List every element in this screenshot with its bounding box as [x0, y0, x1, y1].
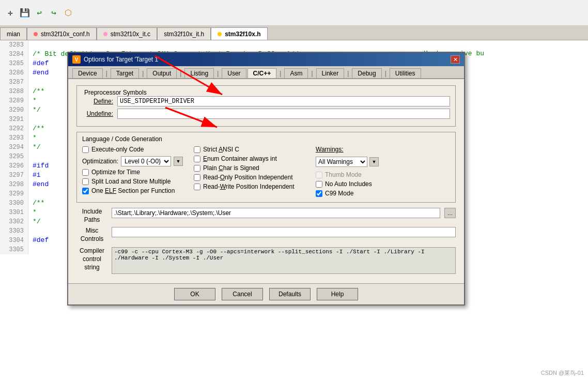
define-row: Define:: [82, 96, 450, 106]
warnings-label: Warnings:: [316, 146, 450, 153]
c99-mode-checkbox[interactable]: [316, 190, 322, 197]
include-paths-row: IncludePaths …: [76, 208, 456, 224]
tab-utilities[interactable]: Utilities: [390, 68, 421, 78]
redo-icon[interactable]: ↪: [48, 7, 60, 19]
one-elf-row: One ELF Section per Function: [82, 187, 185, 194]
undo-icon[interactable]: ↩: [33, 7, 45, 19]
tab-it-h-label: stm32f10x_it.h: [164, 31, 204, 38]
tab-user[interactable]: User: [222, 68, 246, 78]
plain-char-checkbox[interactable]: [194, 165, 200, 172]
warnings-select-row: All Warnings ▼: [316, 157, 450, 167]
compiler-string-textarea[interactable]: -c99 -c --cpu Cortex-M3 -g -O0 --apcs=in…: [112, 247, 456, 274]
ok-button[interactable]: OK: [174, 288, 215, 300]
undefine-input[interactable]: [117, 109, 450, 119]
optimization-row: Optimization: Level 0 (-O0) ▼: [82, 156, 185, 166]
strict-ansi-label: Strict ANSI C: [203, 146, 239, 153]
tab-it-c-label: stm32f10x_it.c: [111, 31, 150, 38]
tab-listing[interactable]: Listing: [184, 68, 214, 78]
optimize-time-row: Optimize for Time: [82, 169, 185, 176]
tab-device[interactable]: Device: [72, 68, 103, 78]
undefine-row: Undefine:: [82, 109, 450, 119]
tab-stm32-label: stm32f10x.h: [225, 31, 260, 38]
tab-cpp[interactable]: C/C++: [247, 68, 277, 78]
compiler-string-section: Compilercontrolstring -c99 -c --cpu Cort…: [76, 247, 456, 274]
dialog-titlebar: V Options for Target 'Target 1' ✕: [68, 53, 464, 66]
warnings-select[interactable]: All Warnings: [316, 157, 367, 167]
thumb-mode-checkbox[interactable]: [316, 172, 322, 178]
strict-ansi-checkbox[interactable]: [194, 146, 200, 153]
optimization-select[interactable]: Level 0 (-O0): [121, 156, 171, 166]
dialog-close-button[interactable]: ✕: [451, 55, 460, 64]
plain-char-label: Plain Char is Signed: [203, 164, 259, 172]
c99-mode-label: C99 Mode: [325, 190, 353, 197]
tab-target[interactable]: Target: [111, 68, 139, 78]
tab-sep-2: |: [140, 68, 146, 78]
tab-debug[interactable]: Debug: [352, 68, 381, 78]
enum-container-label: Enum Container always int: [203, 155, 277, 162]
read-only-label: Read-Only Position Independent: [203, 174, 292, 181]
dialog-title-text: Options for Target 'Target 1': [84, 56, 159, 63]
help-button[interactable]: Help: [317, 288, 358, 300]
tab-output[interactable]: Output: [147, 68, 177, 78]
tab-asm[interactable]: Asm: [284, 68, 308, 78]
split-load-checkbox[interactable]: [82, 178, 89, 185]
language-columns: Execute-only Code Optimization: Level 0 …: [82, 146, 450, 197]
dialog-app-icon: V: [72, 55, 81, 64]
lang-col-3: Warnings: All Warnings ▼ Thumb Mode No A…: [316, 146, 450, 197]
include-paths-input[interactable]: [112, 208, 440, 218]
dialog-title-left: V Options for Target 'Target 1': [72, 55, 159, 64]
tab-sep-3: |: [178, 68, 183, 78]
tab-sep-8: |: [383, 68, 389, 78]
tab-linker[interactable]: Linker: [316, 68, 345, 78]
no-auto-includes-label: No Auto Includes: [325, 180, 372, 188]
dialog-tabs-bar: Device | Target | Output | Listing | Use…: [68, 66, 464, 79]
split-load-row: Split Load and Store Multiple: [82, 178, 185, 185]
enum-container-row: Enum Container always int: [194, 155, 307, 162]
cancel-button[interactable]: Cancel: [222, 288, 263, 300]
tab-stm32-dot: [218, 32, 222, 36]
misc-controls-input[interactable]: [112, 227, 456, 237]
tab-it-c-dot: [103, 32, 107, 36]
dialog-content: Preprocessor Symbols Define: Undefine: L…: [68, 79, 464, 283]
dialog-footer: OK Cancel Defaults Help: [68, 283, 464, 304]
include-paths-label: IncludePaths: [76, 208, 107, 224]
optimization-dropdown-btn[interactable]: ▼: [174, 157, 183, 166]
language-section-title: Language / Code Generation: [82, 135, 450, 143]
undefine-label: Undefine:: [82, 110, 113, 117]
lang-col-1: Execute-only Code Optimization: Level 0 …: [82, 146, 185, 197]
read-write-label: Read-Write Position Independent: [203, 183, 295, 190]
warnings-dropdown-btn[interactable]: ▼: [369, 157, 379, 166]
tab-conf-label: stm32f10x_conf.h: [41, 31, 90, 38]
tab-it-c[interactable]: stm32f10x_it.c: [97, 27, 157, 40]
include-paths-browse-button[interactable]: …: [444, 208, 456, 218]
lang-col-2: Strict ANSI C Enum Container always int …: [194, 146, 307, 197]
save-icon[interactable]: 💾: [19, 7, 31, 19]
execute-only-checkbox[interactable]: [82, 146, 89, 153]
enum-container-checkbox[interactable]: [194, 156, 200, 162]
plain-char-row: Plain Char is Signed: [194, 164, 307, 172]
execute-only-label: Execute-only Code: [91, 146, 144, 153]
tab-it-h[interactable]: stm32f10x_it.h: [157, 27, 211, 40]
cursor-icon[interactable]: ✛: [4, 7, 17, 19]
tab-sep-7: |: [345, 68, 351, 78]
no-auto-includes-row: No Auto Includes: [316, 180, 450, 188]
no-auto-includes-checkbox[interactable]: [316, 181, 322, 188]
read-only-checkbox[interactable]: [194, 174, 200, 181]
optimize-time-checkbox[interactable]: [82, 169, 89, 176]
tab-mian[interactable]: mian: [0, 27, 27, 40]
watermark: CSDN @莱鸟-01: [541, 369, 584, 377]
code-line-3283: 3283: [0, 40, 588, 50]
read-write-checkbox[interactable]: [194, 184, 200, 190]
one-elf-checkbox[interactable]: [82, 188, 89, 194]
options-dialog: V Options for Target 'Target 1' ✕ Device…: [67, 52, 465, 306]
build-icon[interactable]: ⬡: [62, 7, 74, 19]
tab-conf-dot: [34, 32, 38, 36]
define-input[interactable]: [117, 96, 450, 106]
misc-controls-label: MiscControls: [76, 227, 107, 243]
tab-conf[interactable]: stm32f10x_conf.h: [27, 27, 97, 40]
c99-mode-row: C99 Mode: [316, 190, 450, 197]
read-write-row: Read-Write Position Independent: [194, 183, 307, 190]
defaults-button[interactable]: Defaults: [269, 288, 311, 300]
tab-stm32[interactable]: stm32f10x.h: [211, 27, 267, 40]
preprocessor-fieldset: Preprocessor Symbols Define: Undefine:: [76, 85, 456, 127]
